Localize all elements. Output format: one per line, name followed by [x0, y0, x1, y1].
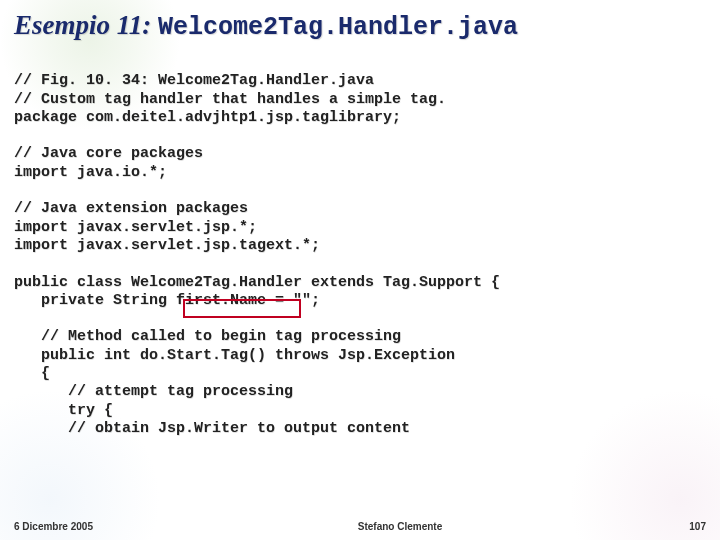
title-filename: Welcome2Tag.Handler.java [158, 13, 518, 42]
code-line: // Java extension packages [14, 200, 248, 217]
title-prefix: Esempio 11: [14, 10, 151, 40]
highlight-box [183, 299, 301, 318]
code-line: // Fig. 10. 34: Welcome2Tag.Handler.java [14, 72, 374, 89]
code-line: // Method called to begin tag processing [14, 328, 401, 345]
code-line: try { [14, 402, 113, 419]
code-line: { [14, 365, 50, 382]
code-line: public class Welcome2Tag.Handler extends… [14, 274, 500, 291]
code-line: import javax.servlet.jsp.tagext.*; [14, 237, 320, 254]
code-line: import javax.servlet.jsp.*; [14, 219, 257, 236]
code-block: // Fig. 10. 34: Welcome2Tag.Handler.java… [0, 48, 720, 438]
code-line: // obtain Jsp.Writer to output content [14, 420, 410, 437]
footer-page: 107 [666, 521, 706, 532]
slide-title: Esempio 11: Welcome2Tag.Handler.java [0, 0, 720, 48]
footer-date: 6 Dicembre 2005 [14, 521, 134, 532]
code-line: package com.deitel.advjhtp1.jsp.taglibra… [14, 109, 401, 126]
code-line: import java.io.*; [14, 164, 167, 181]
code-line: // Custom tag handler that handles a sim… [14, 91, 446, 108]
code-line: public int do.Start.Tag() throws Jsp.Exc… [14, 347, 455, 364]
code-line: // attempt tag processing [14, 383, 293, 400]
slide-footer: 6 Dicembre 2005 Stefano Clemente 107 [0, 521, 720, 532]
code-line: // Java core packages [14, 145, 203, 162]
footer-author: Stefano Clemente [134, 521, 666, 532]
